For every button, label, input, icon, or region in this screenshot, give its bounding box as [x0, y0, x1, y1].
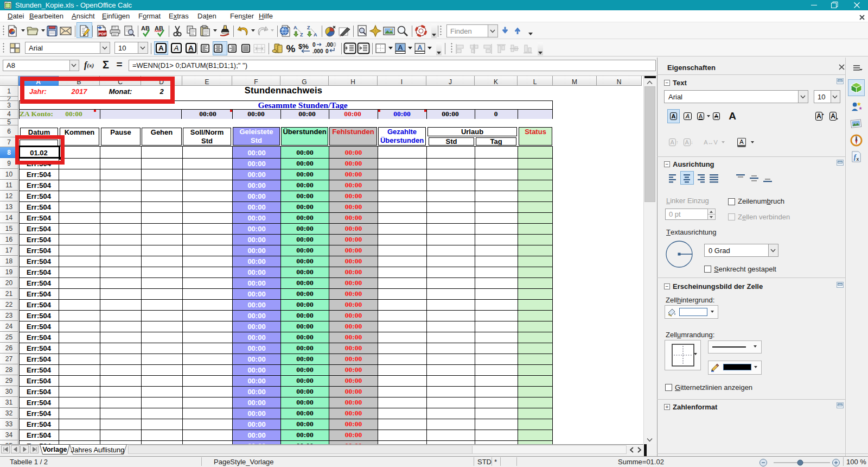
- svg-text:Z: Z: [300, 32, 303, 37]
- svg-text:0: 0: [326, 48, 329, 54]
- svg-text:x: x: [857, 156, 859, 162]
- svg-text:%: %: [286, 43, 296, 54]
- svg-text:.00: .00: [326, 42, 333, 48]
- svg-text:PDF: PDF: [99, 31, 107, 36]
- svg-text:A: A: [417, 43, 423, 52]
- svg-text:.000: .000: [312, 48, 323, 54]
- svg-text:N: N: [856, 136, 858, 138]
- svg-text:0: 0: [312, 42, 316, 48]
- svg-text:Z: Z: [307, 25, 310, 30]
- svg-text:A: A: [293, 25, 297, 30]
- svg-text:A: A: [398, 43, 403, 52]
- svg-text:A: A: [314, 32, 317, 37]
- svg-text:0: 0: [333, 42, 336, 48]
